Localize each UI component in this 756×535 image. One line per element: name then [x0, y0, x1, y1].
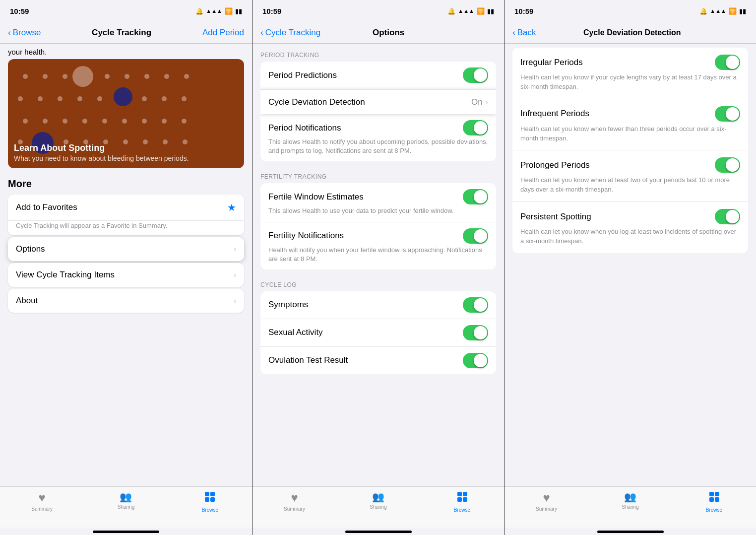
- svg-rect-1: [210, 492, 215, 496]
- svg-rect-8: [709, 492, 714, 496]
- infrequent-periods-toggle[interactable]: [715, 106, 740, 122]
- fertility-notifications-sub: Health will notify you when your fertile…: [268, 246, 488, 264]
- about-label: About: [16, 296, 38, 306]
- symptoms-label: Symptoms: [268, 300, 457, 310]
- svg-rect-10: [709, 497, 714, 502]
- tab-summary-1[interactable]: ♥ Summary: [0, 491, 84, 512]
- sharing-tab-icon-3: 👥: [624, 491, 636, 503]
- signal-icon-2: ▲▲▲: [458, 8, 474, 14]
- persistent-spotting-header: Persistent Spotting: [520, 209, 740, 224]
- spotting-banner[interactable]: Learn About Spotting What you need to kn…: [8, 59, 244, 168]
- sexual-activity-toggle[interactable]: [463, 325, 488, 340]
- persistent-spotting-toggle[interactable]: [715, 209, 740, 224]
- fertile-window-toggle[interactable]: [463, 189, 488, 204]
- add-to-favorites-item[interactable]: Add to Favorites ★: [8, 195, 244, 221]
- period-notifications-toggle[interactable]: [463, 120, 488, 135]
- svg-rect-6: [457, 497, 462, 502]
- add-period-button[interactable]: Add Period: [202, 28, 244, 38]
- ovulation-left: Ovulation Test Result: [268, 355, 457, 365]
- cycle-deviation-chevron-icon: ›: [486, 98, 488, 107]
- tab-summary-2[interactable]: ♥ Summary: [252, 491, 336, 512]
- symptoms-left: Symptoms: [268, 300, 457, 310]
- symptoms-right: [463, 297, 488, 313]
- irregular-periods-item[interactable]: Irregular Periods Health can let you kno…: [512, 48, 748, 99]
- favorites-label: Add to Favorites: [16, 202, 77, 212]
- back-button-2[interactable]: ‹ Cycle Tracking: [260, 28, 320, 38]
- fertility-notifications-item[interactable]: Fertility Notifications Health will noti…: [260, 222, 496, 269]
- tab-bar-3: ♥ Summary 👥 Sharing Browse: [504, 486, 756, 528]
- options-label: Options: [16, 244, 45, 254]
- tab-sharing-2[interactable]: 👥 Sharing: [336, 491, 420, 510]
- scroll-content-2: PERIOD TRACKING Period Predictions Cycle…: [252, 44, 504, 486]
- about-item[interactable]: About ›: [8, 289, 244, 313]
- ovulation-item[interactable]: Ovulation Test Result: [260, 347, 496, 374]
- nav-title-2: Options: [373, 28, 404, 38]
- ovulation-label: Ovulation Test Result: [268, 355, 457, 365]
- home-indicator-1: [93, 531, 159, 533]
- fertility-tracking-label: FERTILITY TRACKING: [252, 165, 504, 183]
- period-notifications-label: Period Notifications: [268, 123, 341, 133]
- options-item[interactable]: Options ›: [8, 237, 244, 261]
- period-predictions-label: Period Predictions: [268, 70, 457, 80]
- favorites-right: ★: [227, 201, 236, 213]
- cycle-deviation-item[interactable]: Cycle Deviation Detection On ›: [260, 89, 496, 114]
- notification-icon-3: 🔔: [699, 7, 707, 15]
- period-notifications-item[interactable]: Period Notifications This allows Health …: [260, 114, 496, 161]
- browse-tab-label-3: Browse: [706, 507, 722, 513]
- summary-tab-icon-2: ♥: [291, 491, 298, 505]
- sexual-activity-right: [463, 325, 488, 340]
- infrequent-periods-desc: Health can let you know when fewer than …: [520, 125, 740, 143]
- browse-tab-icon-3: [708, 491, 720, 506]
- tab-browse-3[interactable]: Browse: [672, 491, 756, 513]
- infrequent-periods-title: Infrequent Periods: [520, 109, 589, 119]
- period-predictions-toggle[interactable]: [463, 67, 488, 83]
- fertile-window-item[interactable]: Fertile Window Estimates This allows Hea…: [260, 183, 496, 222]
- ovulation-toggle[interactable]: [463, 353, 488, 368]
- notification-icon-2: 🔔: [447, 7, 455, 15]
- status-icons-3: 🔔 ▲▲▲ 🛜 ▮▮: [699, 7, 746, 15]
- sharing-tab-label-3: Sharing: [622, 504, 638, 510]
- summary-tab-label-3: Summary: [536, 506, 557, 512]
- tab-browse-1[interactable]: Browse: [168, 491, 252, 513]
- infrequent-periods-header: Infrequent Periods: [520, 106, 740, 122]
- period-predictions-item[interactable]: Period Predictions: [260, 62, 496, 89]
- view-items-card: View Cycle Tracking Items ›: [8, 263, 244, 287]
- svg-rect-0: [205, 492, 209, 496]
- status-bar-2: 10:59 🔔 ▲▲▲ 🛜 ▮▮: [252, 0, 504, 22]
- back-button-3[interactable]: ‹ Back: [512, 28, 536, 38]
- fertile-window-sub: This allows Health to use your data to p…: [268, 206, 454, 215]
- infrequent-periods-item[interactable]: Infrequent Periods Health can let you kn…: [512, 99, 748, 151]
- view-items-item[interactable]: View Cycle Tracking Items ›: [8, 263, 244, 287]
- irregular-periods-toggle[interactable]: [715, 55, 740, 70]
- tab-browse-2[interactable]: Browse: [420, 491, 504, 513]
- notification-icon: 🔔: [195, 7, 203, 15]
- browse-tab-icon-2: [456, 491, 468, 506]
- symptoms-item[interactable]: Symptoms: [260, 291, 496, 319]
- favorites-sub: Cycle Tracking will appear as a Favorite…: [8, 221, 244, 235]
- wifi-icon-2: 🛜: [477, 7, 485, 15]
- persistent-spotting-title: Persistent Spotting: [520, 212, 591, 222]
- sharing-tab-icon-2: 👥: [372, 491, 384, 503]
- prolonged-periods-toggle[interactable]: [715, 157, 740, 173]
- options-card-highlighted: Options ›: [8, 237, 244, 261]
- chevron-left-icon-3: ‹: [512, 28, 515, 38]
- tab-bar-2: ♥ Summary 👥 Sharing Browse: [252, 486, 504, 528]
- tab-sharing-3[interactable]: 👥 Sharing: [588, 491, 672, 510]
- summary-tab-icon-1: ♥: [39, 491, 46, 505]
- tab-bar-1: ♥ Summary 👥 Sharing Browse: [0, 486, 252, 528]
- persistent-spotting-item[interactable]: Persistent Spotting Health can let you k…: [512, 202, 748, 253]
- sexual-activity-item[interactable]: Sexual Activity: [260, 319, 496, 347]
- symptoms-toggle[interactable]: [463, 297, 488, 313]
- period-predictions-right: [463, 67, 488, 83]
- fertility-notifications-toggle[interactable]: [463, 228, 488, 244]
- prolonged-periods-desc: Health can let you know when at least tw…: [520, 176, 740, 195]
- signal-icon-3: ▲▲▲: [710, 8, 726, 14]
- browse-tab-label-2: Browse: [454, 507, 470, 513]
- sexual-activity-left: Sexual Activity: [268, 328, 457, 337]
- tab-sharing-1[interactable]: 👥 Sharing: [84, 491, 168, 510]
- persistent-spotting-desc: Health can let you know when you log at …: [520, 227, 740, 246]
- prolonged-periods-item[interactable]: Prolonged Periods Health can let you kno…: [512, 150, 748, 202]
- browse-tab-label-1: Browse: [202, 507, 218, 513]
- tab-summary-3[interactable]: ♥ Summary: [504, 491, 588, 512]
- back-button-1[interactable]: ‹ Browse: [8, 28, 41, 38]
